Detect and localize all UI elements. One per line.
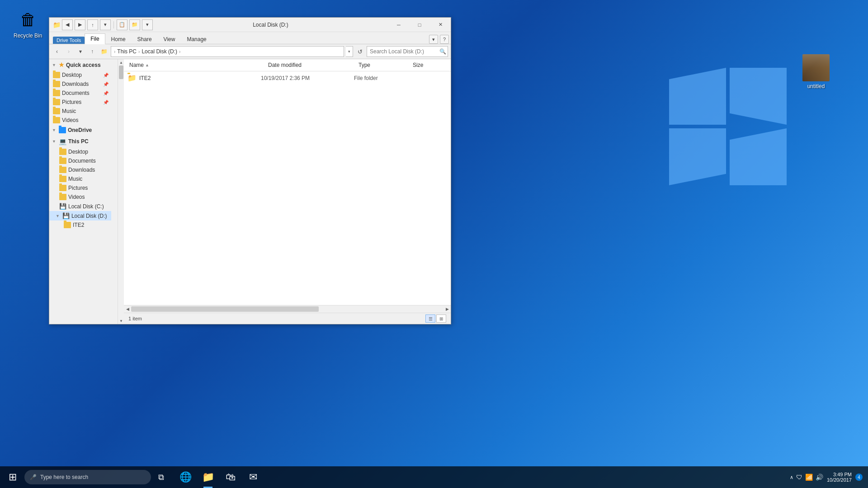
- toolbar-more-btn[interactable]: ▾: [142, 19, 153, 30]
- sidebar-label-videos-thispc: Videos: [68, 194, 85, 200]
- sidebar-onedrive-header[interactable]: ▼ OneDrive: [49, 125, 111, 136]
- sidebar-item-music-thispc[interactable]: Music: [49, 174, 111, 183]
- nav-back-button[interactable]: ‹: [52, 47, 62, 56]
- maximize-button[interactable]: □: [409, 18, 430, 32]
- sidebar-label-music-quick: Music: [62, 108, 76, 114]
- toolbar-fwd-btn[interactable]: ▶: [75, 19, 85, 30]
- nav-up-button[interactable]: ↑: [87, 47, 97, 56]
- col-header-name[interactable]: Name ▲: [127, 61, 266, 69]
- tab-home[interactable]: Home: [105, 34, 132, 44]
- sidebar-thispc-header[interactable]: ▼ 💻 This PC: [49, 136, 111, 147]
- nav-forward-button[interactable]: ›: [64, 47, 74, 56]
- drive-tools-tab[interactable]: Drive Tools: [53, 37, 85, 44]
- sidebar-scroll-down-button[interactable]: ▼: [118, 318, 124, 324]
- taskbar-clock[interactable]: 3:49 PM 10/20/2017: [827, 472, 852, 483]
- file-type-cell: File folder: [354, 75, 408, 81]
- toolbar-up-btn[interactable]: ↑: [87, 19, 98, 30]
- antivirus-icon: 🛡: [796, 474, 802, 481]
- sidebar-label-desktop-quick: Desktop: [62, 72, 82, 78]
- quick-access-chevron: ▼: [52, 63, 56, 67]
- view-large-icons-button[interactable]: ⊞: [436, 314, 446, 323]
- taskbar-search[interactable]: 🎤 Type here to search: [24, 470, 151, 484]
- file-name-cell: 📁 ITE2: [127, 74, 258, 82]
- sidebar-scroll-up-button[interactable]: ▲: [118, 59, 124, 66]
- network-icon[interactable]: 📶: [805, 474, 813, 481]
- tab-manage[interactable]: Manage: [181, 34, 212, 44]
- close-button[interactable]: ✕: [430, 18, 451, 32]
- notification-badge[interactable]: 4: [855, 474, 863, 481]
- sidebar-item-desktop-thispc[interactable]: Desktop: [49, 147, 111, 156]
- horizontal-scrollbar: ◀ ▶: [124, 305, 451, 313]
- sidebar-label-downloads-thispc: Downloads: [68, 167, 95, 173]
- sidebar-label-documents-quick: Documents: [62, 90, 90, 96]
- taskbar-app-mail[interactable]: ✉: [242, 466, 264, 488]
- nav-recent-button[interactable]: ▾: [75, 47, 85, 56]
- tab-share[interactable]: Share: [132, 34, 158, 44]
- col-header-date[interactable]: Date modified: [266, 61, 357, 69]
- file-folder-icon: 📁: [127, 74, 137, 82]
- nav-folder-button[interactable]: 📁: [99, 47, 109, 56]
- taskbar-app-edge[interactable]: 🌐: [175, 466, 196, 488]
- content-pane: Name ▲ Date modified Type Size: [124, 59, 451, 324]
- title-bar-left: 📁 ◀ ▶ ↑ ▾ 📋 📁 ▾: [53, 19, 153, 30]
- address-dropdown-button[interactable]: ▾: [346, 46, 353, 57]
- sidebar-item-pictures-quick[interactable]: Pictures 📌: [49, 98, 111, 107]
- ribbon-right-controls: ▾ ?: [429, 35, 449, 44]
- sidebar-quick-access-header[interactable]: ▼ ★ Quick access: [49, 59, 111, 70]
- path-this-pc[interactable]: This PC: [117, 48, 137, 55]
- toolbar-back-btn[interactable]: ◀: [62, 19, 73, 30]
- sidebar-item-videos-thispc[interactable]: Videos: [49, 192, 111, 202]
- ribbon-expand-button[interactable]: ▾: [429, 35, 438, 44]
- col-header-type[interactable]: Type: [357, 61, 411, 69]
- col-date-label: Date modified: [268, 62, 302, 68]
- sidebar-item-downloads-quick[interactable]: Downloads 📌: [49, 80, 111, 89]
- address-bar: ‹ › ▾ ↑ 📁 › This PC › Local Disk (D:) › …: [49, 44, 451, 59]
- sidebar-item-music-quick[interactable]: Music: [49, 107, 111, 116]
- sidebar-item-documents-quick[interactable]: Documents 📌: [49, 89, 111, 98]
- search-input[interactable]: [367, 46, 448, 57]
- col-header-size[interactable]: Size: [411, 61, 447, 69]
- sidebar-item-downloads-thispc[interactable]: Downloads: [49, 165, 111, 174]
- quick-access-star-icon: ★: [59, 61, 64, 68]
- sidebar-item-ite2[interactable]: ITE2: [49, 221, 111, 230]
- col-size-label: Size: [413, 62, 423, 68]
- toolbar-recent-btn[interactable]: ▾: [100, 19, 111, 30]
- explorer-app-icon: 📁: [53, 21, 60, 28]
- view-details-button[interactable]: ☰: [425, 314, 435, 323]
- tab-file[interactable]: File: [85, 33, 105, 44]
- folder-icon: [59, 158, 66, 164]
- table-row[interactable]: 📁 ITE2 10/19/2017 2:36 PM File folder: [124, 72, 451, 84]
- h-scroll-left-button[interactable]: ◀: [124, 305, 131, 313]
- taskbar-search-placeholder: Type here to search: [40, 474, 88, 480]
- chevron-up-icon[interactable]: ∧: [790, 474, 793, 480]
- title-bar-controls: ─ □ ✕: [388, 18, 451, 32]
- address-path[interactable]: › This PC › Local Disk (D:) ›: [111, 46, 344, 57]
- volume-icon[interactable]: 🔊: [816, 474, 823, 481]
- taskbar-app-explorer[interactable]: 📁: [197, 466, 219, 488]
- search-icon[interactable]: 🔍: [438, 47, 447, 56]
- refresh-button[interactable]: ↺: [355, 47, 365, 56]
- sidebar-item-locald[interactable]: ▼ 💾 Local Disk (D:): [49, 211, 111, 221]
- toolbar-properties-btn[interactable]: 📋: [117, 19, 127, 30]
- untitled-desktop-icon[interactable]: untitled: [798, 54, 834, 89]
- ribbon-help-button[interactable]: ?: [440, 35, 449, 44]
- sidebar-item-localc[interactable]: 💾 Local Disk (C:): [49, 202, 111, 211]
- thispc-chevron: ▼: [52, 139, 56, 144]
- sidebar-item-desktop-quick[interactable]: Desktop 📌: [49, 70, 111, 80]
- path-local-disk[interactable]: Local Disk (D:): [142, 48, 177, 55]
- sidebar-scroll-thumb: [119, 66, 123, 79]
- sidebar-scrollbar: ▲ ▼: [118, 59, 124, 324]
- sidebar-item-pictures-thispc[interactable]: Pictures: [49, 183, 111, 192]
- sidebar-label-locald: Local Disk (D:): [71, 213, 107, 219]
- clock-time: 3:49 PM: [833, 472, 852, 477]
- minimize-button[interactable]: ─: [388, 18, 409, 32]
- h-scroll-right-button[interactable]: ▶: [443, 305, 451, 313]
- sidebar-item-documents-thispc[interactable]: Documents: [49, 156, 111, 165]
- tab-view[interactable]: View: [158, 34, 181, 44]
- start-button[interactable]: ⊞: [2, 466, 24, 488]
- toolbar-newfolder-btn[interactable]: 📁: [129, 19, 140, 30]
- task-view-button[interactable]: ⧉: [152, 466, 170, 488]
- recycle-bin-icon[interactable]: 🗑 Recycle Bin: [14, 9, 42, 39]
- taskbar-app-store[interactable]: 🛍: [220, 466, 241, 488]
- sidebar-item-videos-quick[interactable]: Videos: [49, 116, 111, 125]
